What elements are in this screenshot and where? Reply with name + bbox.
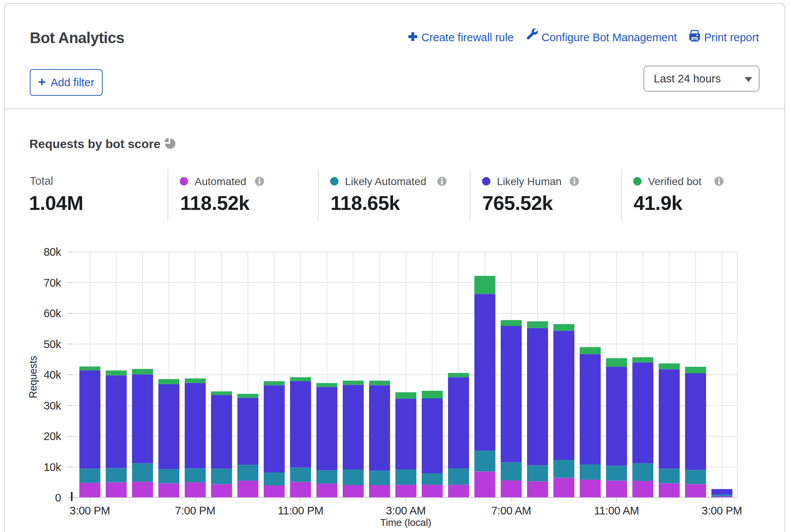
svg-text:20k: 20k [44,430,61,442]
svg-text:0: 0 [55,492,61,504]
svg-text:10k: 10k [44,461,61,473]
svg-text:30k: 30k [44,400,61,412]
svg-text:Time (local): Time (local) [380,517,431,528]
svg-text:Requests: Requests [27,356,39,398]
svg-text:3:00 PM: 3:00 PM [702,505,742,517]
svg-text:11:00 AM: 11:00 AM [594,505,639,517]
svg-text:3:00 PM: 3:00 PM [70,505,110,517]
svg-text:7:00 PM: 7:00 PM [175,505,216,517]
svg-text:50k: 50k [44,338,61,350]
svg-text:7:00 AM: 7:00 AM [491,505,531,517]
svg-text:70k: 70k [44,277,61,289]
svg-text:11:00 PM: 11:00 PM [278,505,324,517]
svg-text:40k: 40k [44,369,61,381]
svg-text:3:00 AM: 3:00 AM [386,505,426,517]
svg-text:80k: 80k [44,246,61,258]
svg-text:60k: 60k [44,307,61,319]
